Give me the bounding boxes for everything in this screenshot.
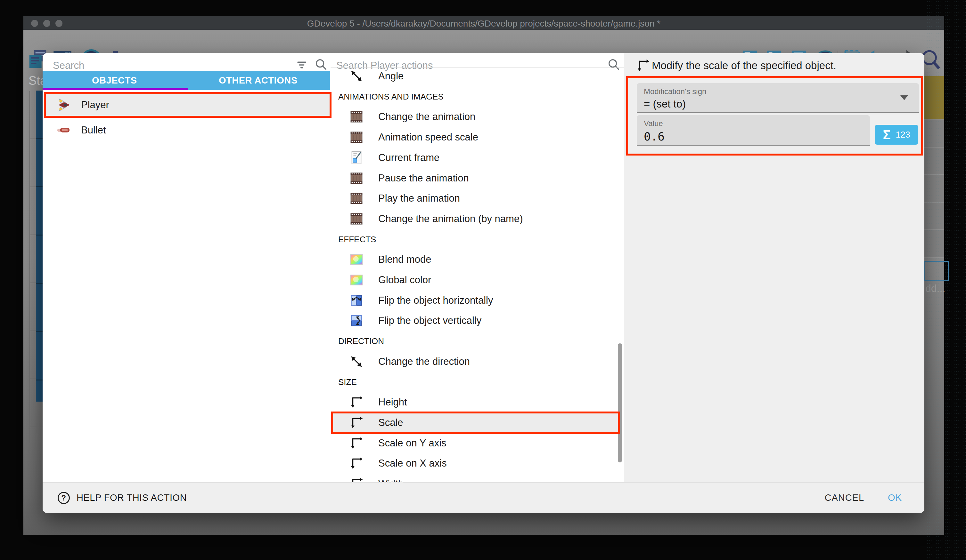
- flip-vertical-icon: [349, 313, 364, 328]
- action-item-change-the-direction[interactable]: Change the direction: [332, 351, 621, 372]
- action-item-scale-on-y-axis[interactable]: Scale on Y axis: [332, 433, 621, 454]
- actions-scrollbar-thumb[interactable]: [618, 343, 622, 462]
- action-item-pause-the-animation[interactable]: Pause the animation: [332, 168, 621, 188]
- instruction-editor-dialog: OBJECTS OTHER ACTIONS Player Bullet Ang: [43, 53, 924, 513]
- sigma-icon: Σ: [883, 128, 890, 142]
- scale-icon: [349, 395, 364, 409]
- action-group-header-animations-and-images: ANIMATIONS AND IMAGES: [338, 92, 444, 102]
- action-item-label: Pause the animation: [378, 172, 469, 184]
- action-item-label: Scale on Y axis: [378, 437, 447, 449]
- ok-button[interactable]: OK: [888, 493, 902, 503]
- event-condition-blocks: [36, 90, 43, 401]
- action-item-current-frame[interactable]: Current frame: [332, 147, 621, 168]
- search-icon: [314, 57, 328, 72]
- action-item-label: Change the animation (by name): [378, 213, 523, 224]
- film-icon: [349, 191, 364, 206]
- action-item-flip-the-object-vertically[interactable]: Flip the object vertically: [332, 310, 621, 331]
- event-bracket-lines: [30, 91, 36, 443]
- scale-icon: [349, 456, 364, 471]
- angle-icon: [349, 69, 364, 84]
- action-group-header-effects: EFFECTS: [338, 234, 376, 244]
- frame-icon: [349, 151, 364, 165]
- film-icon: [349, 171, 364, 186]
- action-item-label: Change the animation: [378, 111, 475, 123]
- titlebar: GDevelop 5 - /Users/dkarakay/Documents/G…: [23, 16, 944, 30]
- sign-select-value: = (set to): [644, 98, 686, 110]
- action-item-label: Width: [378, 478, 404, 482]
- annotation-box-player: Player: [44, 92, 332, 118]
- direction-icon: [349, 354, 364, 369]
- action-item-scale-on-x-axis[interactable]: Scale on X axis: [332, 453, 621, 473]
- object-item-bullet[interactable]: Bullet: [46, 120, 330, 141]
- action-item-global-color[interactable]: Global color: [332, 270, 621, 290]
- action-item-height[interactable]: Height: [332, 392, 621, 413]
- action-item-label: Scale on X axis: [378, 458, 447, 469]
- action-item-width[interactable]: Width: [332, 473, 621, 482]
- action-item-label: Height: [378, 396, 407, 408]
- action-item-blend-mode[interactable]: Blend mode: [332, 249, 621, 270]
- help-button[interactable]: ? HELP FOR THIS ACTION: [57, 491, 187, 505]
- scale-icon: [349, 436, 364, 450]
- object-item-player[interactable]: Player: [46, 94, 330, 116]
- value-input-text: 0.6: [644, 130, 665, 143]
- field-label: Modification's sign: [644, 87, 706, 96]
- action-item-animation-speed-scale[interactable]: Animation speed scale: [332, 127, 621, 147]
- expression-builder-button[interactable]: Σ 123: [875, 125, 918, 145]
- scale-icon: [636, 58, 651, 73]
- active-tab-indicator: [43, 88, 188, 90]
- object-item-label: Player: [81, 99, 109, 111]
- action-item-label: Flip the object vertically: [378, 315, 481, 326]
- action-group-header-direction: DIRECTION: [338, 336, 384, 346]
- actions-list: AngleANIMATIONS AND IMAGESChange the ani…: [330, 67, 624, 482]
- action-item-label: Flip the object horizontally: [378, 295, 493, 306]
- value-input-field[interactable]: Value 0.6: [637, 115, 870, 146]
- tab-other-actions[interactable]: OTHER ACTIONS: [186, 71, 330, 90]
- film-icon: [349, 110, 364, 124]
- player-ship-icon: [56, 98, 71, 112]
- cancel-button[interactable]: CANCEL: [825, 493, 864, 503]
- action-item-label: Blend mode: [378, 254, 431, 265]
- help-icon: ?: [57, 491, 71, 505]
- filter-icon[interactable]: [295, 58, 309, 72]
- desktop-noise: [926, 0, 966, 560]
- scale-icon: [349, 476, 364, 482]
- color-icon: [349, 252, 364, 267]
- film-icon: [349, 211, 364, 226]
- action-item-label: Play the animation: [378, 193, 460, 204]
- action-item-angle[interactable]: Angle: [332, 67, 621, 87]
- action-item-label: Change the direction: [378, 356, 470, 367]
- objects-tab-bar: OBJECTS OTHER ACTIONS: [43, 71, 330, 90]
- color-icon: [349, 273, 364, 287]
- detail-title: Modify the scale of the specified object…: [652, 59, 836, 72]
- window-title: GDevelop 5 - /Users/dkarakay/Documents/G…: [23, 18, 944, 29]
- action-item-flip-the-object-horizontally[interactable]: Flip the object horizontally: [332, 290, 621, 311]
- object-item-label: Bullet: [81, 124, 106, 136]
- action-item-label: Global color: [378, 274, 431, 286]
- chevron-down-icon: [900, 95, 908, 100]
- action-item-change-the-animation-by-name[interactable]: Change the animation (by name): [332, 209, 621, 229]
- bullet-icon: [56, 123, 71, 138]
- flip-horizontal-icon: [349, 293, 364, 308]
- action-item-play-the-animation[interactable]: Play the animation: [332, 188, 621, 209]
- sign-select-field[interactable]: Modification's sign = (set to): [637, 83, 919, 113]
- action-item-label: Animation speed scale: [378, 131, 478, 143]
- film-icon: [349, 130, 364, 145]
- annotation-box-scale: [331, 411, 620, 434]
- field-label: Value: [644, 119, 663, 128]
- action-item-label: Angle: [378, 70, 404, 82]
- action-item-label: Current frame: [378, 152, 439, 164]
- action-group-header-size: SIZE: [338, 377, 357, 387]
- action-item-change-the-animation[interactable]: Change the animation: [332, 106, 621, 127]
- dialog-footer: ? HELP FOR THIS ACTION CANCEL OK: [43, 482, 924, 513]
- tab-objects[interactable]: OBJECTS: [43, 71, 186, 90]
- screenshot-root: GDevelop 5 - /Users/dkarakay/Documents/G…: [0, 0, 966, 560]
- svg-text:?: ?: [61, 493, 66, 502]
